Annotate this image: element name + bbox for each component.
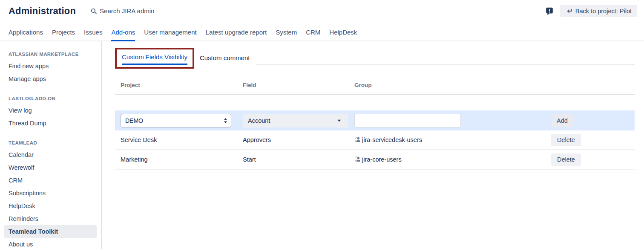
sidebar-item-helpdesk[interactable]: HelpDesk (4, 200, 97, 212)
group-input[interactable] (354, 114, 461, 127)
back-to-project-button[interactable]: Back to project: Pilot (560, 5, 637, 17)
sidebar-section-teamlead: TEAMLEAD (0, 136, 101, 148)
column-header-actions (546, 80, 635, 91)
row-project: Marketing (115, 156, 237, 163)
search-input[interactable] (100, 7, 210, 14)
column-header-field: Field (237, 77, 349, 94)
admin-nav: Applications Projects Issues Add-ons Use… (0, 22, 644, 41)
sidebar-item-view-log[interactable]: View log (4, 104, 97, 117)
sidebar-item-about-us[interactable]: About us (4, 238, 97, 249)
sidebar: ATLASSIAN MARKETPLACE Find new apps Mana… (0, 41, 102, 249)
delete-button[interactable]: Delete (551, 134, 581, 146)
sidebar-item-calendar[interactable]: Calendar (4, 148, 97, 161)
sidebar-section-lastlog-add-on: LASTLOG-ADD-ON (0, 92, 101, 104)
add-button[interactable]: Add (551, 114, 573, 127)
row-project: Service Desk (115, 136, 237, 143)
select-stepper-icon (224, 118, 227, 124)
row-field: Start (237, 156, 349, 163)
sidebar-item-manage-apps[interactable]: Manage apps (4, 72, 97, 85)
row-group: jira-servicedesk-users (362, 136, 422, 143)
project-select-value: DEMO (125, 117, 143, 124)
search-icon (91, 8, 97, 14)
nav-projects[interactable]: Projects (52, 23, 75, 41)
nav-helpdesk[interactable]: HelpDesk (329, 23, 357, 41)
table-row: Service Desk Approvers jira-servicedesk-… (115, 130, 635, 150)
back-button-label: Back to project: Pilot (575, 8, 632, 14)
nav-add-ons[interactable]: Add-ons (111, 23, 135, 41)
sidebar-section-atlassian-marketplace: ATLASSIAN MARKETPLACE (0, 47, 101, 60)
sidebar-item-thread-dump[interactable]: Thread Dump (4, 117, 97, 130)
tab-custom-fields-visibility[interactable]: Custom Fields Visibility (122, 53, 187, 65)
sidebar-item-subscriptions[interactable]: Subscriptions (4, 187, 97, 200)
nav-issues[interactable]: Issues (84, 23, 102, 41)
row-group: jira-core-users (362, 156, 402, 163)
visibility-table: Project Field Group DEMO (115, 77, 635, 170)
sidebar-item-teamlead-toolkit[interactable]: Teamlead Toolkit (4, 225, 97, 238)
nav-system[interactable]: System (276, 23, 297, 41)
feedback-icon[interactable] (544, 6, 555, 17)
project-select[interactable]: DEMO (121, 114, 231, 127)
sidebar-item-find-new-apps[interactable]: Find new apps (4, 60, 97, 72)
main-content: Custom Fields Visibility Custom comment … (102, 41, 644, 249)
tabs-divider (256, 64, 635, 65)
add-row: DEMO Account (115, 110, 635, 130)
admin-search[interactable] (91, 7, 210, 14)
sidebar-item-reminders[interactable]: Reminders (4, 212, 97, 225)
column-header-project: Project (115, 77, 237, 94)
page-title: Administration (9, 6, 76, 17)
group-person-icon (354, 156, 361, 164)
column-header-group: Group (349, 77, 546, 94)
table-gap (115, 95, 635, 110)
field-select-value: Account (248, 117, 270, 124)
back-arrow-icon (566, 8, 572, 14)
annotation-highlight-box: Custom Fields Visibility (115, 48, 194, 69)
group-person-icon (354, 136, 361, 144)
nav-applications[interactable]: Applications (9, 23, 43, 41)
sidebar-item-crm[interactable]: CRM (4, 174, 97, 187)
nav-crm[interactable]: CRM (306, 23, 320, 41)
delete-button[interactable]: Delete (551, 153, 581, 166)
sidebar-item-werewolf[interactable]: Werewolf (4, 161, 97, 174)
nav-user-management[interactable]: User management (144, 23, 196, 41)
tab-custom-comment[interactable]: Custom comment (200, 54, 250, 69)
row-field: Approvers (237, 136, 349, 143)
table-row: Marketing Start jira-core-users Delete (115, 150, 635, 170)
field-select[interactable]: Account (243, 114, 348, 127)
caret-down-icon (337, 119, 341, 122)
top-bar: Administration Back to project: Pilot (0, 0, 644, 22)
content-tabs: Custom Fields Visibility Custom comment (115, 48, 635, 69)
table-header-row: Project Field Group (115, 77, 635, 95)
nav-latest-upgrade-report[interactable]: Latest upgrade report (206, 23, 267, 41)
